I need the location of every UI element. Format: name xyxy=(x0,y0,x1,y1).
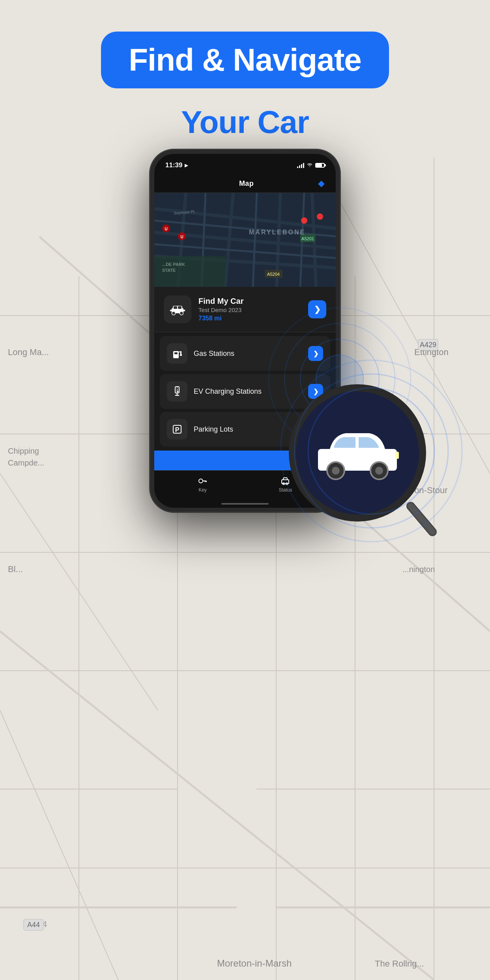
svg-point-97 xyxy=(308,388,434,514)
car-icon xyxy=(169,303,186,315)
car-icon-box xyxy=(164,295,191,323)
svg-text:A44: A44 xyxy=(27,921,40,929)
ev-charging-icon-box xyxy=(167,381,187,402)
svg-point-68 xyxy=(317,213,323,220)
svg-text:...DE PARK: ...DE PARK xyxy=(162,262,185,267)
svg-text:Bl...: Bl... xyxy=(8,564,23,574)
status-icons xyxy=(297,162,325,168)
magnifier-overlay xyxy=(288,384,438,551)
svg-text:MARYLEBONE: MARYLEBONE xyxy=(249,229,305,236)
phone-map: Seymour Pl. MARYLEBONE ...DE PARK STATE … xyxy=(154,193,336,287)
svg-point-73 xyxy=(172,312,176,315)
svg-rect-71 xyxy=(174,306,177,309)
svg-point-74 xyxy=(180,312,183,315)
svg-text:...nington: ...nington xyxy=(402,565,435,574)
status-time: 11:39 ▶ xyxy=(165,161,188,169)
nav-key-item[interactable]: Key xyxy=(198,476,207,493)
svg-rect-76 xyxy=(183,310,185,311)
wifi-icon xyxy=(307,162,313,168)
nav-title: Map xyxy=(239,180,254,188)
parking-icon: P xyxy=(172,424,183,435)
signal-icon xyxy=(297,163,304,168)
location-arrow-icon: ▶ xyxy=(185,163,188,168)
parking-icon-box: P xyxy=(167,419,187,440)
svg-point-88 xyxy=(199,479,203,483)
svg-point-67 xyxy=(301,217,307,224)
svg-text:Long Ma...: Long Ma... xyxy=(8,347,49,357)
gas-pump-icon xyxy=(172,348,183,359)
svg-text:Moreton-in-Marsh: Moreton-in-Marsh xyxy=(217,958,292,969)
key-label: Key xyxy=(198,487,207,493)
header-badge: Find & Navigate xyxy=(101,32,389,88)
ev-charging-icon xyxy=(172,386,183,397)
header-title: Find & Navigate xyxy=(129,43,361,77)
battery-icon xyxy=(315,163,325,168)
svg-text:P: P xyxy=(175,426,180,433)
magnifier-ripples xyxy=(273,352,470,550)
phone-notch xyxy=(219,154,271,165)
svg-text:Chipping: Chipping xyxy=(8,447,39,455)
svg-rect-72 xyxy=(178,306,181,309)
key-icon xyxy=(198,476,207,486)
svg-text:STATE: STATE xyxy=(162,268,176,273)
phone-map-content: Seymour Pl. MARYLEBONE ...DE PARK STATE … xyxy=(154,193,336,287)
svg-text:A429: A429 xyxy=(420,341,436,349)
header: Find & Navigate Your Car xyxy=(0,32,490,140)
svg-text:A5204: A5204 xyxy=(267,272,280,277)
svg-rect-81 xyxy=(180,354,182,356)
svg-rect-75 xyxy=(170,310,172,311)
svg-point-96 xyxy=(294,374,448,528)
svg-text:U: U xyxy=(180,235,183,239)
svg-text:U: U xyxy=(165,227,167,231)
time-display: 11:39 xyxy=(165,161,182,169)
diamond-icon: ◆ xyxy=(318,178,325,189)
svg-text:Campde...: Campde... xyxy=(8,458,44,467)
svg-rect-78 xyxy=(174,352,178,354)
svg-rect-77 xyxy=(173,351,179,358)
gas-station-icon-box xyxy=(167,343,187,364)
home-bar xyxy=(221,503,269,505)
svg-text:A5201: A5201 xyxy=(301,236,314,241)
phone-mockup: 11:39 ▶ xyxy=(150,150,340,512)
header-subtitle: Your Car xyxy=(0,104,490,140)
nav-bar: Map ◆ xyxy=(154,174,336,193)
svg-text:The Rollrig...: The Rollrig... xyxy=(375,959,424,969)
svg-rect-80 xyxy=(180,351,181,354)
